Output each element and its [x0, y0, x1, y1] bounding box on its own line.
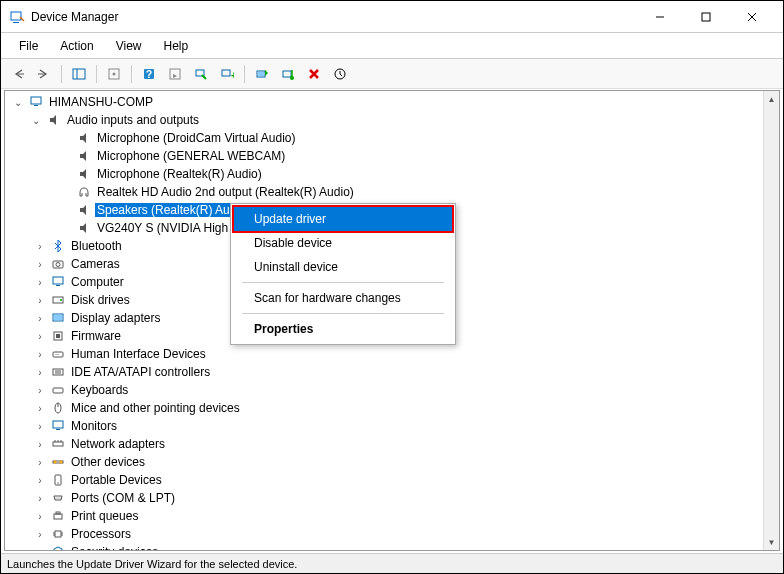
svg-rect-49: [53, 442, 63, 446]
chevron-right-icon[interactable]: ›: [33, 295, 47, 306]
context-uninstall-device[interactable]: Uninstall device: [234, 255, 452, 279]
chevron-right-icon[interactable]: ›: [33, 475, 47, 486]
tree-category[interactable]: ›Monitors: [7, 417, 777, 435]
tree-device[interactable]: · Microphone (Realtek(R) Audio): [7, 165, 777, 183]
chevron-right-icon[interactable]: ›: [33, 259, 47, 270]
chevron-right-icon[interactable]: ›: [33, 277, 47, 288]
menu-file[interactable]: File: [9, 36, 48, 56]
speaker-icon: [76, 148, 92, 164]
svg-rect-62: [56, 512, 60, 514]
svg-rect-20: [258, 72, 264, 76]
tree-category[interactable]: ›Mice and other pointing devices: [7, 399, 777, 417]
tree-category[interactable]: ›Ports (COM & LPT): [7, 489, 777, 507]
chevron-right-icon[interactable]: ›: [33, 385, 47, 396]
speaker-icon: [46, 112, 62, 128]
svg-point-11: [113, 72, 116, 75]
svg-rect-33: [54, 315, 62, 320]
speaker-icon: [76, 220, 92, 236]
uninstall-device-button[interactable]: [303, 63, 325, 85]
svg-rect-25: [34, 105, 38, 106]
menu-help[interactable]: Help: [154, 36, 199, 56]
tree-device[interactable]: · Realtek HD Audio 2nd output (Realtek(R…: [7, 183, 777, 201]
chevron-right-icon[interactable]: ›: [33, 529, 47, 540]
forward-button[interactable]: [33, 63, 55, 85]
help-button[interactable]: ?: [138, 63, 160, 85]
tree-category[interactable]: ›Portable Devices: [7, 471, 777, 489]
tree-category-audio[interactable]: ⌄ Audio inputs and outputs: [7, 111, 777, 129]
tree-category[interactable]: ›Print queues: [7, 507, 777, 525]
add-legacy-button[interactable]: +: [216, 63, 238, 85]
chevron-right-icon[interactable]: ›: [33, 421, 47, 432]
svg-point-37: [56, 354, 57, 355]
statusbar: Launches the Update Driver Wizard for th…: [1, 553, 783, 573]
svg-rect-1: [13, 22, 19, 23]
tree-root[interactable]: ⌄ HIMANSHU-COMP: [7, 93, 777, 111]
category-icon: [50, 364, 66, 380]
show-hide-tree-button[interactable]: [68, 63, 90, 85]
category-icon: [50, 400, 66, 416]
context-scan-hardware[interactable]: Scan for hardware changes: [234, 286, 452, 310]
disable-device-button[interactable]: [277, 63, 299, 85]
chevron-right-icon[interactable]: ›: [33, 241, 47, 252]
svg-point-57: [57, 482, 58, 483]
context-disable-device[interactable]: Disable device: [234, 231, 452, 255]
maximize-button[interactable]: [683, 2, 729, 32]
chevron-right-icon[interactable]: ›: [33, 313, 47, 324]
toolbar: ? ▸ +: [1, 59, 783, 89]
svg-point-55: [60, 461, 63, 464]
computer-icon: [28, 94, 44, 110]
chevron-right-icon[interactable]: ›: [33, 547, 47, 552]
chevron-right-icon[interactable]: ›: [33, 331, 47, 342]
back-button[interactable]: [7, 63, 29, 85]
svg-rect-48: [56, 429, 60, 430]
scan-changes-button[interactable]: [329, 63, 351, 85]
chevron-right-icon[interactable]: ›: [33, 403, 47, 414]
tree-category[interactable]: ›Network adapters: [7, 435, 777, 453]
menu-action[interactable]: Action: [50, 36, 103, 56]
svg-rect-63: [55, 531, 61, 537]
chevron-right-icon[interactable]: ›: [33, 439, 47, 450]
tree-category[interactable]: ›Keyboards: [7, 381, 777, 399]
action-button[interactable]: ▸: [164, 63, 186, 85]
tree-category[interactable]: ›Processors: [7, 525, 777, 543]
chevron-right-icon[interactable]: ›: [33, 349, 47, 360]
tree-category[interactable]: ›Security devices: [7, 543, 777, 551]
chevron-right-icon[interactable]: ›: [33, 493, 47, 504]
category-icon: [50, 256, 66, 272]
chevron-right-icon[interactable]: ›: [33, 511, 47, 522]
close-button[interactable]: [729, 2, 775, 32]
scan-hardware-button[interactable]: [190, 63, 212, 85]
category-icon: [50, 544, 66, 551]
category-icon: [50, 346, 66, 362]
svg-rect-47: [53, 421, 63, 428]
category-icon: [50, 472, 66, 488]
vertical-scrollbar[interactable]: ▲ ▼: [763, 91, 779, 550]
chevron-down-icon[interactable]: ⌄: [11, 97, 25, 108]
headphones-icon: [76, 184, 92, 200]
update-driver-button[interactable]: [251, 63, 273, 85]
svg-rect-29: [56, 285, 60, 286]
scroll-up-icon[interactable]: ▲: [764, 91, 779, 107]
chevron-right-icon[interactable]: ›: [33, 457, 47, 468]
properties-button[interactable]: [103, 63, 125, 85]
tree-device[interactable]: · Microphone (DroidCam Virtual Audio): [7, 129, 777, 147]
chevron-down-icon[interactable]: ⌄: [29, 115, 43, 126]
svg-rect-8: [73, 69, 85, 79]
svg-text:▸: ▸: [173, 71, 177, 80]
svg-rect-24: [31, 97, 41, 104]
tree-device[interactable]: · Microphone (GENERAL WEBCAM): [7, 147, 777, 165]
category-icon: [50, 382, 66, 398]
svg-point-54: [54, 461, 57, 464]
context-update-driver[interactable]: Update driver: [234, 207, 452, 231]
category-icon: [50, 310, 66, 326]
chevron-right-icon[interactable]: ›: [33, 367, 47, 378]
tree-category[interactable]: ›Other devices: [7, 453, 777, 471]
scroll-down-icon[interactable]: ▼: [764, 534, 779, 550]
category-icon: [50, 238, 66, 254]
tree-category[interactable]: ›Human Interface Devices: [7, 345, 777, 363]
tree-category[interactable]: ›IDE ATA/ATAPI controllers: [7, 363, 777, 381]
context-properties[interactable]: Properties: [234, 317, 452, 341]
minimize-button[interactable]: [637, 2, 683, 32]
menu-view[interactable]: View: [106, 36, 152, 56]
category-icon: [50, 454, 66, 470]
